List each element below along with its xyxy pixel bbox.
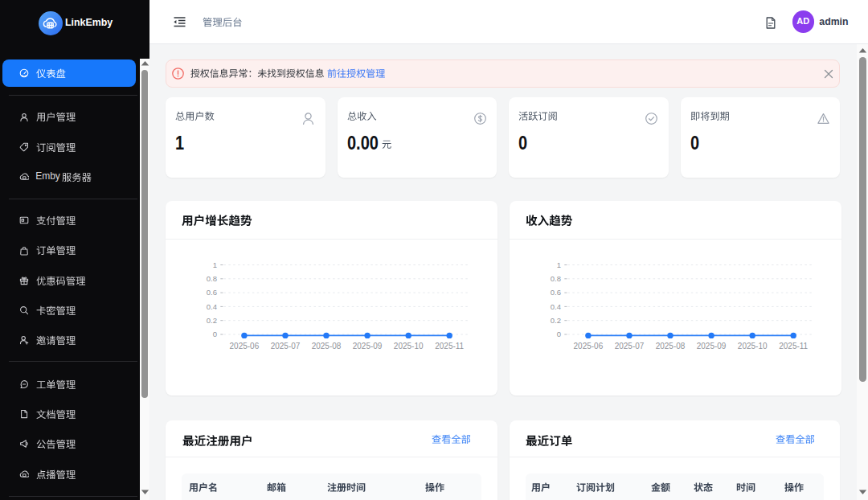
svg-text:0.2: 0.2 [550,316,560,325]
svg-text:2025-08: 2025-08 [312,342,342,350]
svg-text:0.4: 0.4 [207,302,217,311]
svg-text:0.6: 0.6 [550,288,560,297]
svg-text:2025-11: 2025-11 [779,342,808,350]
svg-text:0.8: 0.8 [207,274,217,283]
svg-text:2025-07: 2025-07 [271,342,301,350]
svg-text:1: 1 [213,260,217,269]
svg-text:0.8: 0.8 [550,274,560,283]
svg-text:0.2: 0.2 [207,316,217,325]
svg-text:2025-06: 2025-06 [230,342,260,350]
svg-text:0.6: 0.6 [207,288,217,297]
svg-text:1: 1 [556,260,560,269]
svg-text:2025-10: 2025-10 [738,342,768,350]
svg-text:0: 0 [556,330,560,338]
svg-text:2025-07: 2025-07 [614,342,644,350]
svg-text:2025-11: 2025-11 [435,342,464,350]
svg-text:2025-06: 2025-06 [573,342,603,350]
svg-text:2025-08: 2025-08 [655,342,685,350]
svg-text:2025-09: 2025-09 [353,342,383,350]
svg-text:0.4: 0.4 [550,302,560,311]
svg-text:2025-10: 2025-10 [394,342,424,350]
svg-text:0: 0 [213,330,217,338]
svg-text:2025-09: 2025-09 [696,342,726,350]
